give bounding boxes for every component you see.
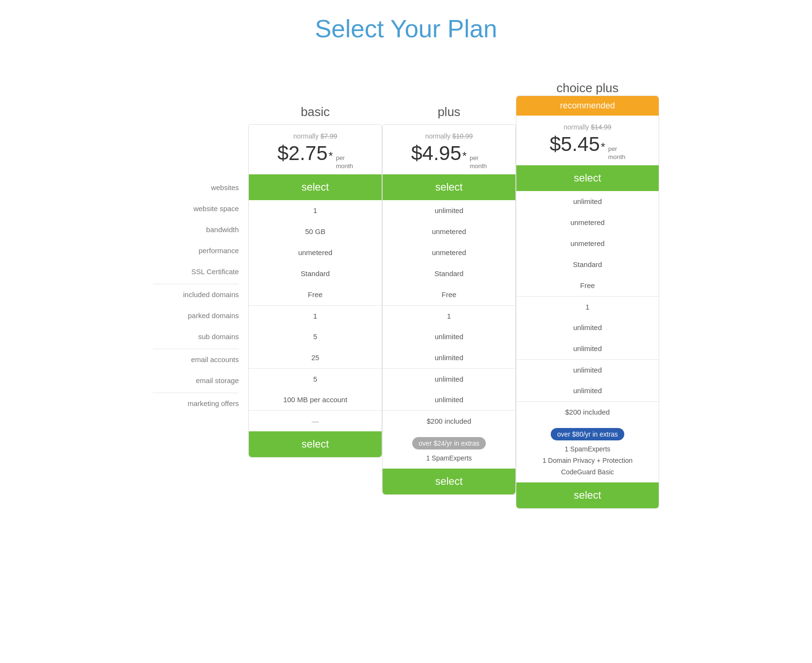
choice-plus-parked-domains: unlimited [516, 317, 659, 338]
plans-wrapper: websites website space bandwidth perform… [119, 72, 693, 509]
plan-choice-plus-price-main: $5.45 * permonth [521, 133, 654, 161]
plan-choice-plus: choice plus recommended normally $14.99 … [516, 72, 659, 509]
label-websites: websites [153, 177, 239, 198]
plan-choice-plus-normally: normally $14.99 [521, 123, 654, 131]
basic-parked-domains: 5 [249, 326, 382, 347]
plan-basic-price: $2.75 [278, 142, 328, 165]
plus-marketing-offers: $200 included [383, 410, 515, 431]
plan-basic-pricing: normally $7.99 $2.75 * permonth [249, 125, 382, 174]
basic-marketing-offers: — [249, 410, 382, 431]
plan-basic-normally: normally $7.99 [254, 132, 377, 140]
basic-sub-domains: 25 [249, 347, 382, 368]
label-website-space: website space [153, 198, 239, 219]
plus-performance: Standard [383, 263, 515, 284]
choice-plus-ssl: Free [516, 275, 659, 296]
plan-basic-select-top[interactable]: select [249, 174, 382, 200]
plan-basic-price-main: $2.75 * permonth [254, 142, 377, 171]
plus-sub-domains: unlimited [383, 347, 515, 368]
plan-plus-extras-badge: over $24/yr in extras [412, 437, 486, 449]
labels-column: websites website space bandwidth perform… [153, 72, 248, 414]
plan-basic-per: permonth [336, 154, 353, 171]
label-email-accounts: email accounts [153, 349, 239, 370]
plan-basic: basic normally $7.99 $2.75 * permonth se… [248, 96, 382, 458]
plan-plus-asterisk: * [462, 150, 467, 163]
plan-basic-normal-price: $7.99 [321, 132, 337, 140]
basic-email-storage: 100 MB per account [249, 389, 382, 410]
plan-plus-per: permonth [470, 154, 487, 171]
choice-plus-performance: Standard [516, 254, 659, 275]
plan-choice-plus-extras-badge: over $80/yr in extras [551, 428, 625, 440]
plan-choice-plus-select-top[interactable]: select [516, 165, 659, 191]
plan-basic-features: 1 50 GB unmetered Standard Free 1 5 25 5… [249, 200, 382, 431]
plan-plus-pricing: normally $10.99 $4.95 * permonth [383, 125, 515, 174]
choice-plus-email-accounts: unlimited [516, 359, 659, 380]
plan-choice-plus-extras: over $80/yr in extras 1 SpamExperts 1 Do… [516, 422, 659, 482]
choice-plus-email-storage: unlimited [516, 380, 659, 401]
plus-included-domains: 1 [383, 305, 515, 326]
plus-bandwidth: unmetered [383, 242, 515, 263]
basic-ssl: Free [249, 284, 382, 305]
basic-included-domains: 1 [249, 305, 382, 326]
plan-plus-price-main: $4.95 * permonth [387, 142, 511, 171]
choice-plus-codeguard: CodeGuard Basic [521, 466, 654, 478]
plan-plus-name: plus [438, 96, 460, 119]
plan-choice-plus-select-bottom[interactable]: select [516, 482, 659, 508]
plus-websites: unlimited [383, 200, 515, 221]
basic-website-space: 50 GB [249, 221, 382, 242]
basic-email-accounts: 5 [249, 368, 382, 389]
page-title: Select Your Plan [10, 14, 802, 43]
plan-plus-extras: over $24/yr in extras 1 SpamExperts [383, 431, 515, 469]
choice-plus-included-domains: 1 [516, 296, 659, 317]
plan-basic-card: normally $7.99 $2.75 * permonth select 1… [248, 124, 382, 458]
plan-plus-price: $4.95 [411, 142, 461, 165]
basic-websites: 1 [249, 200, 382, 221]
plan-plus-features: unlimited unmetered unmetered Standard F… [383, 200, 515, 431]
plan-plus-select-bottom[interactable]: select [383, 469, 515, 494]
choice-plus-header: choice plus [516, 72, 659, 96]
plan-basic-asterisk: * [329, 150, 333, 163]
plan-choice-plus-features: unlimited unmetered unmetered Standard F… [516, 191, 659, 422]
plan-plus: plus normally $10.99 $4.95 * permonth se… [382, 96, 516, 495]
plus-website-space: unmetered [383, 221, 515, 242]
plan-basic-select-bottom[interactable]: select [249, 431, 382, 457]
plan-plus-select-top[interactable]: select [383, 174, 515, 200]
plan-basic-name: basic [301, 96, 330, 119]
choice-plus-sub-domains: unlimited [516, 338, 659, 359]
plan-choice-plus-normal-price: $14.99 [591, 123, 611, 131]
plan-choice-plus-name: choice plus [516, 72, 659, 96]
label-parked-domains: parked domains [153, 305, 239, 326]
choice-plus-spam-experts: 1 SpamExperts [521, 443, 654, 455]
label-ssl: SSL Certificate [153, 261, 239, 282]
plan-choice-plus-pricing: normally $14.99 $5.45 * permonth [516, 116, 659, 165]
plan-plus-card: normally $10.99 $4.95 * permonth select … [382, 124, 516, 495]
plan-choice-plus-price: $5.45 [550, 133, 600, 156]
plans-columns: basic normally $7.99 $2.75 * permonth se… [248, 72, 659, 509]
plan-plus-normally: normally $10.99 [387, 132, 511, 140]
plan-choice-plus-asterisk: * [601, 140, 605, 154]
plus-parked-domains: unlimited [383, 326, 515, 347]
label-performance: performance [153, 240, 239, 261]
plan-plus-spam-experts: 1 SpamExperts [387, 452, 511, 464]
plan-choice-plus-card: recommended normally $14.99 $5.45 * perm… [516, 96, 659, 509]
choice-plus-website-space: unmetered [516, 212, 659, 233]
choice-plus-domain-privacy: 1 Domain Privacy + Protection [521, 455, 654, 466]
plan-choice-plus-per: permonth [608, 145, 625, 161]
plus-email-accounts: unlimited [383, 368, 515, 389]
label-email-storage: email storage [153, 370, 239, 391]
label-marketing-offers: marketing offers [153, 393, 239, 414]
basic-bandwidth: unmetered [249, 242, 382, 263]
choice-plus-websites: unlimited [516, 191, 659, 212]
label-included-domains: included domains [153, 284, 239, 305]
plan-plus-normal-price: $10.99 [452, 132, 473, 140]
choice-plus-marketing-offers: $200 included [516, 401, 659, 422]
recommended-badge: recommended [516, 96, 659, 116]
plus-email-storage: unlimited [383, 389, 515, 410]
plus-ssl: Free [383, 284, 515, 305]
label-bandwidth: bandwidth [153, 219, 239, 240]
basic-performance: Standard [249, 263, 382, 284]
label-sub-domains: sub domains [153, 326, 239, 347]
choice-plus-bandwidth: unmetered [516, 233, 659, 254]
